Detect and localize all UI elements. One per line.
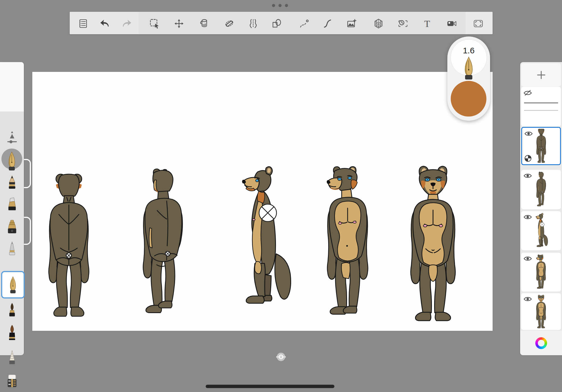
import-image-icon <box>346 18 357 29</box>
text-tool-button[interactable]: T <box>422 18 433 29</box>
select-tool-button[interactable] <box>149 18 160 29</box>
redo-icon <box>121 18 132 29</box>
move-tool-button[interactable] <box>173 18 185 29</box>
app-screen: T 1.6 <box>0 0 562 392</box>
tool-fountain-pen-selected[interactable] <box>1 271 25 298</box>
layer-card-hidden-lines[interactable] <box>521 87 561 126</box>
smooth-stroke-icon <box>322 18 333 29</box>
fountain-pen-nib-icon <box>6 151 17 171</box>
chisel-marker-icon <box>7 197 17 211</box>
menu-list-button[interactable] <box>78 18 89 29</box>
edit-stroke-icon <box>299 18 310 29</box>
shape-tool-button[interactable] <box>271 18 282 29</box>
active-color-swatch[interactable] <box>451 81 486 117</box>
edit-stroke-button[interactable] <box>299 18 310 29</box>
measure-tool-button[interactable] <box>224 18 235 29</box>
layers-panel-footer <box>520 331 562 355</box>
layer-visible-eye-icon[interactable] <box>524 295 532 303</box>
soft-pastel-icon <box>8 350 16 365</box>
small-brush-icon <box>8 303 16 317</box>
fill-bucket-icon <box>199 18 209 29</box>
menu-list-icon <box>78 19 88 29</box>
perspective-grid-icon <box>373 18 384 29</box>
tool-small-brush[interactable] <box>8 303 16 317</box>
tool-airbrush[interactable] <box>7 220 17 234</box>
fill-tool-button[interactable] <box>198 18 210 29</box>
measure-ruler-icon <box>224 18 235 29</box>
canvas-figure-front-view <box>409 165 457 324</box>
home-indicator[interactable] <box>206 385 334 388</box>
plus-icon <box>536 70 546 80</box>
large-brush-icon <box>7 325 17 340</box>
window-drag-handle[interactable] <box>272 4 288 7</box>
shape-icon <box>271 18 282 29</box>
drag-dot <box>278 4 282 7</box>
fullscreen-button[interactable] <box>473 18 484 29</box>
size-slider-icon <box>5 131 19 145</box>
layer-card-side-view[interactable] <box>521 211 561 250</box>
timelapse-button[interactable] <box>397 18 409 29</box>
drawing-canvas[interactable] <box>32 72 493 331</box>
size-slider-control[interactable] <box>5 131 19 145</box>
color-wheel-button[interactable] <box>535 337 547 349</box>
canvas-figure-front-three-quarter-view <box>325 165 371 321</box>
perspective-grid-button[interactable] <box>373 18 384 29</box>
undo-button[interactable] <box>99 18 110 29</box>
text-icon: T <box>422 18 432 29</box>
select-icon <box>149 18 160 29</box>
layer-card-back-view[interactable] <box>521 127 561 165</box>
active-tool-preview[interactable] <box>1 149 22 169</box>
layers-panel <box>520 62 562 355</box>
layer-card-front-three-quarter-view[interactable] <box>521 253 561 291</box>
canvas-figure-side-view <box>235 165 294 311</box>
svg-text:T: T <box>424 19 430 29</box>
main-toolbar: T <box>70 12 493 34</box>
tool-chisel-marker[interactable] <box>7 197 17 211</box>
tool-pencil[interactable] <box>7 176 17 189</box>
drag-dot <box>272 4 275 7</box>
layer-visible-eye-icon[interactable] <box>524 172 532 179</box>
smooth-stroke-button[interactable] <box>322 18 333 29</box>
import-image-button[interactable] <box>346 18 357 29</box>
record-video-icon <box>447 18 457 29</box>
color-wheel-center <box>538 340 545 347</box>
layer-visible-eye-icon[interactable] <box>524 213 532 221</box>
layer-hidden-eye-icon[interactable] <box>524 89 532 96</box>
tool-soft-pastel[interactable] <box>8 350 16 365</box>
brush-indicator[interactable]: 1.6 <box>447 37 490 121</box>
fullscreen-icon <box>473 18 484 29</box>
layer-card-front-view[interactable] <box>521 293 561 330</box>
active-tool-section <box>0 62 24 111</box>
rotate-canvas-control[interactable] <box>275 351 287 363</box>
timelapse-icon <box>398 18 408 29</box>
fineliner-icon <box>8 241 17 255</box>
fountain-pen-nib-icon <box>461 56 476 80</box>
layer-visible-eye-icon[interactable] <box>524 130 533 137</box>
add-layer-button[interactable] <box>521 63 561 86</box>
layer-visible-eye-icon[interactable] <box>524 255 532 262</box>
brush-size-value: 1.6 <box>451 46 487 55</box>
layer-color-badge-icon[interactable] <box>524 155 532 162</box>
tool-eraser[interactable] <box>6 374 18 388</box>
tool-fineliner[interactable] <box>8 241 17 255</box>
canvas-figure-back-view <box>48 167 90 326</box>
move-icon <box>174 18 184 29</box>
drag-dot <box>285 4 288 7</box>
pencil-icon <box>7 176 17 189</box>
record-video-button[interactable] <box>446 18 457 29</box>
tool-sidebar <box>0 62 24 355</box>
tool-large-brush[interactable] <box>7 325 17 340</box>
eraser-icon <box>6 374 18 388</box>
layer-thumbnail-lines <box>524 102 558 111</box>
layer-card-back-three-quarter-view[interactable] <box>521 170 561 209</box>
symmetry-tool-button[interactable] <box>248 18 259 29</box>
canvas-figure-back-three-quarter-view <box>142 162 184 325</box>
undo-icon <box>99 18 110 29</box>
symmetry-icon <box>248 18 259 29</box>
fountain-pen-nib-icon <box>8 276 18 294</box>
airbrush-icon <box>7 220 17 234</box>
redo-button[interactable] <box>121 18 132 29</box>
